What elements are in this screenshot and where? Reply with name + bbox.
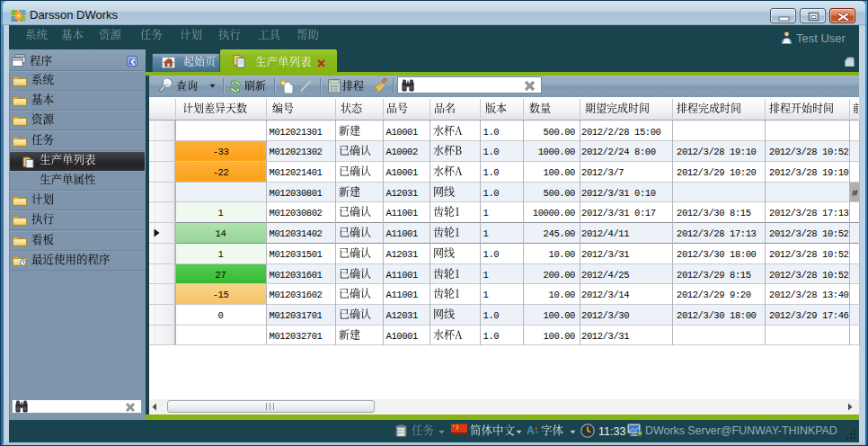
svg-text:A: A [527,424,535,436]
